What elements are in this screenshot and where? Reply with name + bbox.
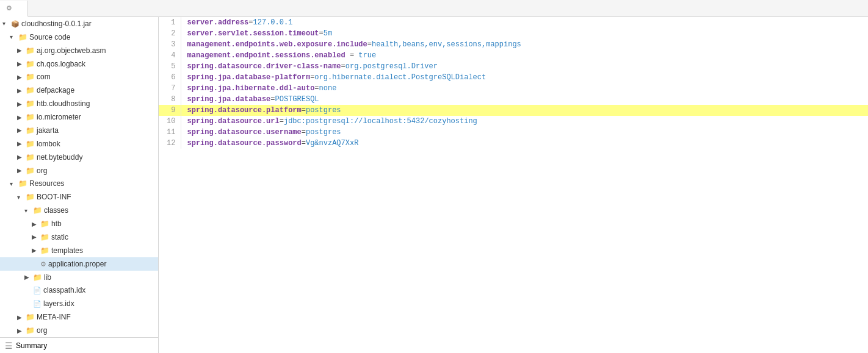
line-content: spring.jpa.hibernate.ddl-auto=none [181,83,868,94]
tree-arrow: ▶ [17,327,26,334]
tree-item-ch-qos[interactable]: ▶📁ch.qos.logback [0,57,158,71]
line-content: spring.datasource.driver-class-name=org.… [181,61,868,72]
line-number: 8 [159,94,181,105]
line-content: server.servlet.session.timeout=5m [181,28,868,39]
line-content: spring.datasource.password=Vg&nvzAQ7XxR [181,138,868,149]
tree-item-label: BOOT-INF [37,193,71,201]
tree-item-icon: 📁 [26,140,37,148]
folder-icon: 📁 [40,246,49,255]
code-token-val-blue: postgres [306,128,341,137]
code-token-eq: = [345,51,359,60]
tree-arrow: ▶ [17,140,26,147]
folder-icon: 📁 [26,99,35,108]
tree-item-meta-inf[interactable]: ▶📁META-INF [0,310,158,324]
folder-icon: 📁 [26,166,35,175]
code-token-key: management.endpoints.web.exposure.includ… [187,40,367,49]
tree-item-label: jakarta [37,126,59,135]
tree-arrow: ▾ [10,180,18,187]
tree-arrow: ▾ [17,194,26,201]
tree-arrow: ▶ [32,234,40,240]
tree-item-icon: 📁 [26,99,37,108]
tree-item-source-code[interactable]: ▾📁Source code [0,30,158,44]
tree-item-label: classpath.idx [43,286,85,294]
code-line: 9spring.datasource.platform=postgres [159,105,868,116]
code-token-val-blue: org.hibernate.dialect.PostgreSQLDialect [314,73,486,82]
code-token-val-blue: org.postgresql.Driver [345,62,438,71]
line-number: 2 [159,28,181,39]
tree-item-io-micrometer[interactable]: ▶📁io.micrometer [0,110,158,124]
tree-item-icon: 📁 [26,326,37,335]
line-number: 5 [159,61,181,72]
code-token-key: spring.datasource.platform [187,106,302,115]
tree-item-net-bytebuddy[interactable]: ▶📁net.bytebuddy [0,151,158,164]
tree-item-label: classes [44,206,68,215]
line-content: spring.datasource.username=postgres [181,127,868,138]
code-token-eq: = [302,139,306,148]
code-token-val-blue: POSTGRESQL [275,95,319,104]
tree-item-application-properties[interactable]: ⚙application.proper [0,257,158,271]
folder-icon: 📁 [26,326,35,335]
summary-label: Summary [16,341,47,350]
line-number: 12 [159,138,181,149]
line-number: 11 [159,127,181,138]
code-line: 5spring.datasource.driver-class-name=org… [159,61,868,72]
folder-icon: 📁 [18,33,27,41]
code-token-key: spring.datasource.username [187,128,302,137]
code-token-eq: = [280,117,284,126]
tree-item-icon: 📁 [26,193,37,201]
tree-item-aj-org[interactable]: ▶📁aj.org.objectweb.asm [0,44,158,57]
tree-item-htb-cloudhosting[interactable]: ▶📁htb.cloudhosting [0,97,158,110]
tree-item-label: htb [51,219,62,228]
tree-item-layers-idx[interactable]: 📄layers.idx [0,297,158,310]
tree-arrow: ▾ [10,34,18,40]
line-content: spring.jpa.database=POSTGRESQL [181,94,868,105]
code-token-val-blue: postgres [306,106,341,115]
folder-icon: 📁 [40,219,49,228]
tree-item-resources[interactable]: ▾📁Resources [0,177,158,191]
line-number: 4 [159,50,181,61]
code-line: 6spring.jpa.database-platform=org.hibern… [159,72,868,83]
tree-item-static[interactable]: ▶📁static [0,230,158,244]
code-token-key: server.servlet.session.timeout [187,29,319,38]
tree-item-icon: 📁 [26,86,37,94]
code-token-eq: = [248,18,253,27]
sidebar-footer[interactable]: ☰Summary [0,337,158,353]
folder-icon: 📁 [26,313,35,321]
code-editor[interactable]: 1server.address=127.0.0.12server.servlet… [159,17,868,353]
code-table: 1server.address=127.0.0.12server.servlet… [159,17,868,149]
file-tab[interactable]: ⚙ [0,1,28,17]
tree-item-classpath-idx[interactable]: 📄classpath.idx [0,284,158,298]
tree-item-icon: 📄 [33,286,43,294]
line-number: 10 [159,116,181,127]
line-content: spring.datasource.platform=postgres [181,105,868,116]
tree-item-htb[interactable]: ▶📁htb [0,217,158,230]
tree-item-defpackage[interactable]: ▶📁defpackage [0,84,158,97]
tree-item-icon: 📁 [26,73,37,81]
folder-icon: 📁 [26,60,35,68]
tree-item-lombok[interactable]: ▶📁lombok [0,137,158,151]
tree-item-com[interactable]: ▶📁com [0,71,158,84]
line-number: 1 [159,17,181,28]
tree-item-templates[interactable]: ▶📁templates [0,244,158,257]
tree-item-icon: 📁 [26,60,37,68]
tree-arrow: ▶ [17,314,26,321]
code-token-eq: = [367,40,372,49]
tree-item-org-res[interactable]: ▶📁org [0,324,158,337]
code-line: 3management.endpoints.web.exposure.inclu… [159,39,868,50]
tree-arrow: ▶ [17,127,26,134]
tree-item-label: ch.qos.logback [37,60,85,68]
file-icon: 📄 [33,287,42,294]
code-line: 12spring.datasource.password=Vg&nvzAQ7Xx… [159,138,868,149]
tree-item-classes[interactable]: ▾📁classes [0,204,158,217]
tree-item-jakarta[interactable]: ▶📁jakarta [0,124,158,137]
tree-item-label: application.proper [48,260,106,268]
tree-arrow: ▶ [17,87,26,94]
tree-item-boot-inf[interactable]: ▾📁BOOT-INF [0,190,158,204]
code-line: 7spring.jpa.hibernate.ddl-auto=none [159,83,868,94]
tree-item-lib[interactable]: ▶📁lib [0,271,158,284]
code-token-key: spring.datasource.driver-class-name [187,62,341,71]
code-token-key: spring.datasource.password [187,139,302,148]
tree-item-jar[interactable]: ▾📦cloudhosting-0.0.1.jar [0,17,158,30]
line-number: 9 [159,105,181,116]
tree-item-org-src[interactable]: ▶📁org [0,164,158,177]
